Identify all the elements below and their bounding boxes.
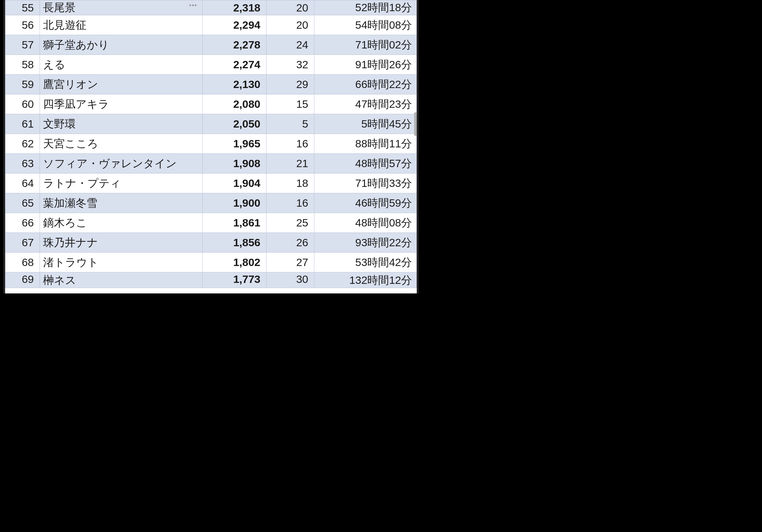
- name-text: 獅子堂あかり: [43, 38, 109, 51]
- count-cell: 29: [267, 75, 314, 95]
- table-row[interactable]: 57獅子堂あかり2,2782471時間02分: [5, 35, 417, 55]
- rank-cell: 57: [5, 35, 40, 55]
- table-row[interactable]: 63ソフィア・ヴァレンタイン1,9082148時間57分: [5, 154, 417, 173]
- name-text: 鷹宮リオン: [43, 78, 98, 90]
- count-cell: 15: [267, 95, 314, 114]
- duration-cell: 71時間02分: [314, 35, 417, 55]
- table-row[interactable]: 62天宮こころ1,9651688時間11分: [5, 134, 417, 154]
- duration-cell: 53時間42分: [314, 253, 417, 272]
- name-cell: 文野環: [40, 114, 203, 134]
- table-viewport[interactable]: 55長尾景•••2,3182052時間18分56北見遊征2,2942054時間0…: [3, 0, 419, 294]
- value-cell: 2,080: [203, 95, 267, 114]
- count-cell: 30: [267, 272, 314, 288]
- value-cell: 2,294: [203, 15, 267, 35]
- name-cell: 珠乃井ナナ: [40, 233, 203, 253]
- value-cell: 1,908: [203, 154, 267, 173]
- name-cell: 榊ネス: [40, 272, 203, 288]
- count-cell: 16: [267, 193, 314, 213]
- value-cell: 1,802: [203, 253, 267, 272]
- name-cell: 鏑木ろこ: [40, 213, 203, 233]
- table-row[interactable]: 67珠乃井ナナ1,8562693時間22分: [5, 233, 417, 253]
- table-row[interactable]: 61文野環2,05055時間45分: [5, 114, 417, 134]
- name-text: 天宮こころ: [43, 137, 98, 150]
- duration-cell: 52時間18分: [314, 0, 417, 15]
- duration-cell: 91時間26分: [314, 55, 417, 75]
- rank-cell: 69: [5, 272, 40, 288]
- rank-cell: 61: [5, 114, 40, 134]
- name-cell: 獅子堂あかり: [40, 35, 203, 55]
- ranking-table: 55長尾景•••2,3182052時間18分56北見遊征2,2942054時間0…: [5, 0, 417, 288]
- table-row[interactable]: 60四季凪アキラ2,0801547時間23分: [5, 95, 417, 114]
- name-cell: 渚トラウト: [40, 253, 203, 272]
- count-cell: 20: [267, 0, 314, 15]
- duration-cell: 93時間22分: [314, 233, 417, 253]
- name-text: 鏑木ろこ: [43, 217, 87, 229]
- duration-cell: 132時間12分: [314, 272, 417, 288]
- name-text: 葉加瀬冬雪: [43, 197, 97, 209]
- name-text: 北見遊征: [43, 19, 87, 31]
- rank-cell: 63: [5, 154, 40, 173]
- value-cell: 1,856: [203, 233, 267, 253]
- name-text: 珠乃井ナナ: [43, 236, 98, 248]
- duration-cell: 48時間57分: [314, 154, 417, 173]
- value-cell: 1,965: [203, 134, 267, 154]
- home-indicator[interactable]: [166, 290, 255, 292]
- value-cell: 2,278: [203, 35, 267, 55]
- count-cell: 18: [267, 173, 314, 193]
- name-text: える: [43, 58, 65, 71]
- rank-cell: 62: [5, 134, 40, 154]
- name-text: 榊ネス: [43, 274, 76, 286]
- name-cell: 北見遊征: [40, 15, 203, 35]
- count-cell: 16: [267, 134, 314, 154]
- rank-cell: 64: [5, 173, 40, 193]
- table-row[interactable]: 64ラトナ・プティ1,9041871時間33分: [5, 173, 417, 193]
- duration-cell: 71時間33分: [314, 173, 417, 193]
- value-cell: 2,274: [203, 55, 267, 75]
- count-cell: 32: [267, 55, 314, 75]
- count-cell: 25: [267, 213, 314, 233]
- count-cell: 26: [267, 233, 314, 253]
- name-cell: 葉加瀬冬雪: [40, 193, 203, 213]
- value-cell: 2,130: [203, 75, 267, 95]
- value-cell: 2,050: [203, 114, 267, 134]
- rank-cell: 67: [5, 233, 40, 253]
- rank-cell: 66: [5, 213, 40, 233]
- rank-cell: 68: [5, 253, 40, 272]
- table-row[interactable]: 58える2,2743291時間26分: [5, 55, 417, 75]
- rank-cell: 58: [5, 55, 40, 75]
- value-cell: 1,861: [203, 213, 267, 233]
- rank-cell: 59: [5, 75, 40, 95]
- table-row[interactable]: 69榊ネス1,77330132時間12分: [5, 272, 417, 288]
- name-text: ソフィア・ヴァレンタイン: [43, 157, 177, 169]
- more-icon[interactable]: •••: [189, 2, 197, 9]
- rank-cell: 60: [5, 95, 40, 114]
- rank-cell: 65: [5, 193, 40, 213]
- name-text: 渚トラウト: [43, 256, 99, 268]
- name-text: 長尾景: [43, 1, 76, 13]
- table-row[interactable]: 65葉加瀬冬雪1,9001646時間59分: [5, 193, 417, 213]
- table-row[interactable]: 68渚トラウト1,8022753時間42分: [5, 253, 417, 272]
- duration-cell: 46時間59分: [314, 193, 417, 213]
- rank-cell: 55: [5, 0, 40, 15]
- table-row[interactable]: 66鏑木ろこ1,8612548時間08分: [5, 213, 417, 233]
- duration-cell: 54時間08分: [314, 15, 417, 35]
- table-row[interactable]: 59鷹宮リオン2,1302966時間22分: [5, 75, 417, 95]
- name-cell: 鷹宮リオン: [40, 75, 203, 95]
- name-cell: 天宮こころ: [40, 134, 203, 154]
- value-cell: 1,900: [203, 193, 267, 213]
- duration-cell: 48時間08分: [314, 213, 417, 233]
- name-text: 文野環: [43, 118, 76, 130]
- rank-cell: 56: [5, 15, 40, 35]
- duration-cell: 47時間23分: [314, 95, 417, 114]
- value-cell: 1,904: [203, 173, 267, 193]
- name-cell: 四季凪アキラ: [40, 95, 203, 114]
- name-text: 四季凪アキラ: [43, 98, 109, 110]
- name-cell: える: [40, 55, 203, 75]
- vertical-scrollbar[interactable]: [414, 112, 417, 136]
- duration-cell: 66時間22分: [314, 75, 417, 95]
- table-row[interactable]: 56北見遊征2,2942054時間08分: [5, 15, 417, 35]
- table-row[interactable]: 55長尾景•••2,3182052時間18分: [5, 0, 417, 15]
- count-cell: 21: [267, 154, 314, 173]
- name-text: ラトナ・プティ: [43, 177, 121, 189]
- count-cell: 27: [267, 253, 314, 272]
